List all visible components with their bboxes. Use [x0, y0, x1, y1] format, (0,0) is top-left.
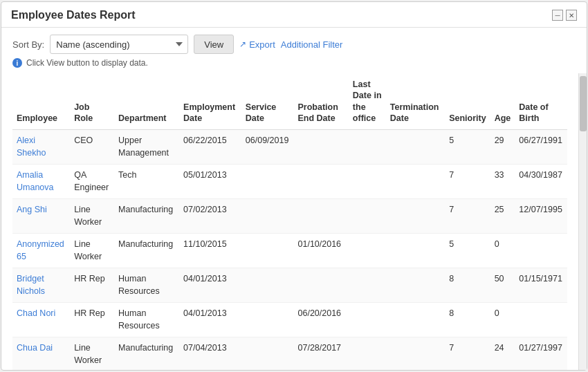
employee-cell: Chad Nori — [12, 303, 70, 337]
last-date-cell — [349, 199, 386, 234]
employment-date-cell: 06/22/2015 — [179, 130, 241, 165]
date-of-birth-cell: 01/27/1997 — [515, 337, 567, 371]
employee-cell: Bridget Nichols — [12, 268, 70, 303]
employee-link[interactable]: Bridget Nichols — [17, 274, 45, 296]
seniority-cell: 7 — [445, 199, 490, 234]
employment-date-cell: 11/10/2015 — [179, 234, 241, 268]
department-cell: Manufacturing — [114, 234, 179, 268]
last-date-cell — [349, 234, 386, 268]
last-date-cell — [349, 268, 386, 303]
employment-date-cell: 04/01/2013 — [179, 303, 241, 337]
employee-cell: Anonymized 65 — [12, 234, 70, 268]
export-link[interactable]: ↗ Export — [239, 39, 275, 50]
seniority-cell: 8 — [445, 303, 490, 337]
employee-link[interactable]: Chua Dai — [17, 343, 53, 353]
service-date-cell — [241, 268, 294, 303]
col-date-of-birth: Date of Birth — [515, 73, 567, 130]
seniority-cell: 5 — [445, 130, 490, 165]
probation-end-date-cell — [294, 130, 349, 165]
service-date-cell — [241, 337, 294, 371]
termination-date-cell — [386, 165, 445, 199]
export-label: Export — [249, 39, 275, 50]
date-of-birth-cell: 06/27/1991 — [515, 130, 567, 165]
department-cell: Manufacturing — [114, 337, 179, 371]
window-controls: ─ ✕ — [552, 10, 577, 21]
content-area: Employee Job Role Department Employment … — [1, 73, 587, 370]
seniority-cell: 7 — [445, 337, 490, 371]
employment-date-cell: 05/01/2013 — [179, 165, 241, 199]
age-cell: 0 — [490, 303, 515, 337]
employee-cell: Chua Dai — [12, 337, 70, 371]
job-role-cell: Line Worker — [70, 199, 114, 234]
table-row: Chad NoriHR RepHuman Resources04/01/2013… — [12, 303, 567, 337]
title-bar: Employee Dates Report ─ ✕ — [1, 2, 587, 28]
last-date-cell — [349, 337, 386, 371]
job-role-cell: HR Rep — [70, 303, 114, 337]
employee-link[interactable]: Alexi Shekho — [17, 136, 46, 158]
service-date-cell — [241, 303, 294, 337]
employment-date-cell: 07/02/2013 — [179, 199, 241, 234]
date-of-birth-cell: 04/30/1987 — [515, 165, 567, 199]
seniority-cell: 8 — [445, 268, 490, 303]
termination-date-cell — [386, 234, 445, 268]
employee-cell: Amalia Umanova — [12, 165, 70, 199]
table-header-row: Employee Job Role Department Employment … — [12, 73, 567, 130]
employee-link[interactable]: Chad Nori — [17, 308, 55, 318]
age-cell: 50 — [490, 268, 515, 303]
department-cell: Human Resources — [114, 268, 179, 303]
employee-link[interactable]: Ang Shi — [17, 205, 47, 214]
probation-end-date-cell: 06/20/2016 — [294, 303, 349, 337]
export-icon: ↗ — [239, 39, 246, 49]
col-employee: Employee — [12, 73, 70, 130]
termination-date-cell — [386, 303, 445, 337]
job-role-cell: QA Engineer — [70, 165, 114, 199]
age-cell: 25 — [490, 199, 515, 234]
view-button[interactable]: View — [194, 35, 234, 54]
age-cell: 29 — [490, 130, 515, 165]
last-date-cell — [349, 165, 386, 199]
table-row: Chua DaiLine WorkerManufacturing07/04/20… — [12, 337, 567, 371]
service-date-cell: 06/09/2019 — [241, 130, 294, 165]
table-row: Alexi ShekhoCEOUpper Management06/22/201… — [12, 130, 567, 165]
seniority-cell: 5 — [445, 234, 490, 268]
employment-date-cell: 07/04/2013 — [179, 337, 241, 371]
age-cell: 0 — [490, 234, 515, 268]
service-date-cell — [241, 234, 294, 268]
table-row: Ang ShiLine WorkerManufacturing07/02/201… — [12, 199, 567, 234]
table-row: Anonymized 65Line WorkerManufacturing11/… — [12, 234, 567, 268]
department-cell: Manufacturing — [114, 199, 179, 234]
scrollbar-track[interactable] — [578, 73, 587, 370]
employment-date-cell: 04/01/2013 — [179, 268, 241, 303]
age-cell: 24 — [490, 337, 515, 371]
col-probation-end-date: Probation End Date — [294, 73, 349, 130]
hint-icon: i — [12, 58, 22, 68]
employee-cell: Alexi Shekho — [12, 130, 70, 165]
probation-end-date-cell: 01/10/2016 — [294, 234, 349, 268]
job-role-cell: CEO — [70, 130, 114, 165]
probation-end-date-cell — [294, 199, 349, 234]
last-date-cell — [349, 303, 386, 337]
seniority-cell: 7 — [445, 165, 490, 199]
service-date-cell — [241, 165, 294, 199]
col-employment-date: Employment Date — [179, 73, 241, 130]
table-wrapper[interactable]: Employee Job Role Department Employment … — [1, 73, 578, 370]
col-department: Department — [114, 73, 179, 130]
department-cell: Human Resources — [114, 303, 179, 337]
probation-end-date-cell — [294, 268, 349, 303]
termination-date-cell — [386, 268, 445, 303]
sort-select[interactable]: Name (ascending)Name (descending)Employm… — [50, 35, 188, 54]
close-button[interactable]: ✕ — [566, 10, 577, 21]
additional-filter-link[interactable]: Additional Filter — [281, 39, 343, 50]
employee-link[interactable]: Amalia Umanova — [17, 170, 54, 192]
scrollbar-thumb[interactable] — [580, 76, 587, 131]
minimize-button[interactable]: ─ — [552, 10, 563, 21]
employee-link[interactable]: Anonymized 65 — [17, 239, 64, 261]
toolbar: Sort By: Name (ascending)Name (descendin… — [1, 28, 587, 58]
age-cell: 33 — [490, 165, 515, 199]
job-role-cell: HR Rep — [70, 268, 114, 303]
col-seniority: Seniority — [445, 73, 490, 130]
last-date-cell — [349, 130, 386, 165]
col-service-date: Service Date — [241, 73, 294, 130]
date-of-birth-cell: 01/15/1971 — [515, 268, 567, 303]
window-title: Employee Dates Report — [11, 9, 136, 21]
